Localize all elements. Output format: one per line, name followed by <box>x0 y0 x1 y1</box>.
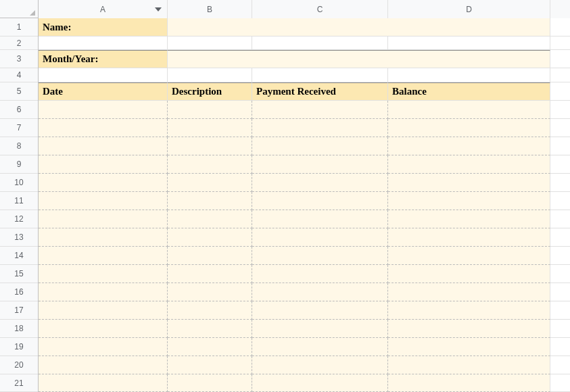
cell-monthyear-value[interactable] <box>168 50 550 68</box>
row-header-18[interactable]: 18 <box>0 320 38 338</box>
cell-extra[interactable] <box>550 210 570 228</box>
cell-r19-c2[interactable] <box>252 338 388 356</box>
cell-r16-c1[interactable] <box>168 283 252 301</box>
cell-r7-c3[interactable] <box>388 119 550 137</box>
cell-r4-c3[interactable] <box>388 68 550 82</box>
cell-r11-c3[interactable] <box>388 192 550 210</box>
cell-r6-c2[interactable] <box>252 101 388 119</box>
row-header-13[interactable]: 13 <box>0 228 38 247</box>
cell-r11-c2[interactable] <box>252 192 388 210</box>
column-header-b[interactable]: B <box>168 0 252 18</box>
cell-r10-c3[interactable] <box>388 174 550 192</box>
cell-r15-c3[interactable] <box>388 265 550 283</box>
row-header-1[interactable]: 1 <box>0 18 38 36</box>
cell-r19-c3[interactable] <box>388 338 550 356</box>
row-header-4[interactable]: 4 <box>0 68 38 82</box>
row-header-19[interactable]: 19 <box>0 338 38 356</box>
cell-r6-c1[interactable] <box>168 101 252 119</box>
cell-header-date[interactable]: Date <box>39 82 168 101</box>
row-header-16[interactable]: 16 <box>0 283 38 301</box>
row-header-8[interactable]: 8 <box>0 137 38 155</box>
cell-r19-c1[interactable] <box>168 338 252 356</box>
cell-extra[interactable] <box>550 320 570 338</box>
cell-extra[interactable] <box>550 247 570 265</box>
cell-r4-c0[interactable] <box>39 68 168 82</box>
row-header-17[interactable]: 17 <box>0 301 38 320</box>
cell-r14-c1[interactable] <box>168 247 252 265</box>
cell-r13-c3[interactable] <box>388 228 550 247</box>
cell-r19-c0[interactable] <box>39 338 168 356</box>
cell-r8-c2[interactable] <box>252 137 388 155</box>
cell-extra[interactable] <box>550 82 570 101</box>
cell-r12-c3[interactable] <box>388 210 550 228</box>
cell-extra[interactable] <box>550 265 570 283</box>
cell-extra[interactable] <box>550 101 570 119</box>
cell-extra[interactable] <box>550 119 570 137</box>
cell-r2-c2[interactable] <box>252 36 388 50</box>
cell-r21-c2[interactable] <box>252 374 388 392</box>
cell-r20-c2[interactable] <box>252 356 388 374</box>
cell-r16-c0[interactable] <box>39 283 168 301</box>
cell-header-description[interactable]: Description <box>168 82 252 101</box>
cell-r2-c0[interactable] <box>39 36 168 50</box>
cell-r13-c1[interactable] <box>168 228 252 247</box>
row-header-15[interactable]: 15 <box>0 265 38 283</box>
cell-r16-c3[interactable] <box>388 283 550 301</box>
cell-header-balance[interactable]: Balance <box>388 82 550 101</box>
row-header-5[interactable]: 5 <box>0 82 38 101</box>
row-header-3[interactable]: 3 <box>0 50 38 68</box>
cell-r17-c0[interactable] <box>39 301 168 320</box>
row-header-6[interactable]: 6 <box>0 101 38 119</box>
row-header-12[interactable]: 12 <box>0 210 38 228</box>
cell-r18-c1[interactable] <box>168 320 252 338</box>
cell-r4-c2[interactable] <box>252 68 388 82</box>
row-header-20[interactable]: 20 <box>0 356 38 374</box>
row-header-10[interactable]: 10 <box>0 174 38 192</box>
cell-r17-c1[interactable] <box>168 301 252 320</box>
column-header-a[interactable]: A <box>39 0 168 18</box>
cell-r12-c0[interactable] <box>39 210 168 228</box>
cell-r9-c3[interactable] <box>388 155 550 174</box>
cell-r15-c0[interactable] <box>39 265 168 283</box>
cell-r14-c2[interactable] <box>252 247 388 265</box>
row-header-7[interactable]: 7 <box>0 119 38 137</box>
cell-r10-c0[interactable] <box>39 174 168 192</box>
cell-extra[interactable] <box>550 228 570 247</box>
cell-r17-c2[interactable] <box>252 301 388 320</box>
row-header-11[interactable]: 11 <box>0 192 38 210</box>
cell-r11-c0[interactable] <box>39 192 168 210</box>
cell-monthyear-label[interactable]: Month/Year: <box>39 50 168 68</box>
cell-r7-c1[interactable] <box>168 119 252 137</box>
cell-r9-c0[interactable] <box>39 155 168 174</box>
cell-r12-c2[interactable] <box>252 210 388 228</box>
cell-r8-c3[interactable] <box>388 137 550 155</box>
cell-r18-c2[interactable] <box>252 320 388 338</box>
cell-r14-c3[interactable] <box>388 247 550 265</box>
cell-r12-c1[interactable] <box>168 210 252 228</box>
cell-extra[interactable] <box>550 137 570 155</box>
cell-r4-c1[interactable] <box>168 68 252 82</box>
cell-r11-c1[interactable] <box>168 192 252 210</box>
cell-r10-c2[interactable] <box>252 174 388 192</box>
cell-r9-c1[interactable] <box>168 155 252 174</box>
cell-extra[interactable] <box>550 155 570 174</box>
cell-r20-c3[interactable] <box>388 356 550 374</box>
cell-extra[interactable] <box>550 174 570 192</box>
select-all-corner[interactable] <box>0 0 39 18</box>
cell-extra[interactable] <box>550 36 570 50</box>
cell-r2-c1[interactable] <box>168 36 252 50</box>
cell-name-label[interactable]: Name: <box>39 18 168 36</box>
cell-extra[interactable] <box>550 283 570 301</box>
cell-r18-c3[interactable] <box>388 320 550 338</box>
cell-r21-c3[interactable] <box>388 374 550 392</box>
cell-r9-c2[interactable] <box>252 155 388 174</box>
row-header-14[interactable]: 14 <box>0 247 38 265</box>
column-header-d[interactable]: D <box>388 0 550 18</box>
cell-r6-c0[interactable] <box>39 101 168 119</box>
cell-r2-c3[interactable] <box>388 36 550 50</box>
cell-r8-c0[interactable] <box>39 137 168 155</box>
cell-extra[interactable] <box>550 356 570 374</box>
cell-extra[interactable] <box>550 301 570 320</box>
cell-extra[interactable] <box>550 374 570 392</box>
cell-extra[interactable] <box>550 50 570 68</box>
